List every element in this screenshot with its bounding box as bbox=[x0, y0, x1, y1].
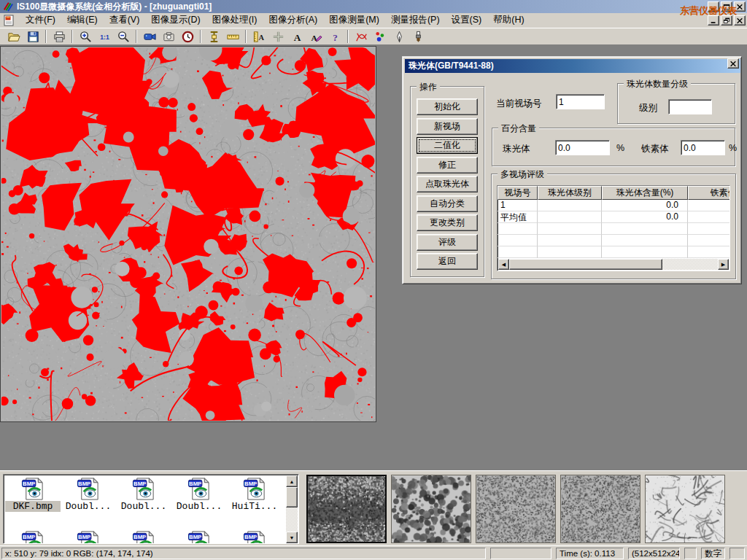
file-item[interactable]: BMPDoubl... bbox=[61, 477, 116, 512]
file-item[interactable]: BMPHuiTi... bbox=[227, 477, 282, 512]
ruler-button[interactable] bbox=[223, 28, 242, 44]
file-item[interactable]: BMPDoubl... bbox=[171, 477, 227, 512]
file-item-clipped[interactable]: BMP bbox=[171, 530, 227, 544]
menu-view[interactable]: 查看(V) bbox=[104, 13, 146, 26]
op-change-class-button[interactable]: 更改类别 bbox=[417, 214, 478, 231]
table-row[interactable]: 平均值0.0 bbox=[498, 211, 729, 223]
scrollbar-thumb[interactable] bbox=[509, 259, 662, 270]
scroll-left-button[interactable]: ◀ bbox=[498, 259, 509, 270]
thumb-3-canvas[interactable] bbox=[476, 475, 555, 542]
zoom-in-button[interactable] bbox=[76, 28, 95, 44]
dialog-title-bar[interactable]: 珠光体(GB/T9441-88) bbox=[405, 59, 740, 73]
thumb-2-canvas[interactable] bbox=[392, 475, 471, 542]
op-grade-button[interactable]: 评级 bbox=[417, 234, 478, 251]
menu-image-process[interactable]: 图像处理(I) bbox=[206, 13, 263, 26]
op-init-button[interactable]: 初始化 bbox=[417, 98, 478, 115]
grade-field-label: 级别 bbox=[639, 102, 657, 114]
bmp-file-icon: BMP bbox=[77, 530, 101, 544]
help-icon: ? bbox=[328, 30, 342, 44]
bmp-file-icon: BMP bbox=[21, 477, 45, 501]
svg-text:?: ? bbox=[333, 31, 338, 42]
clock-button[interactable] bbox=[178, 28, 197, 44]
op-return-button[interactable]: 返回 bbox=[417, 253, 478, 270]
zoom-out-button[interactable] bbox=[114, 28, 133, 44]
table-column-header: 视场号 bbox=[498, 186, 538, 200]
curve-tool-button[interactable] bbox=[352, 28, 371, 44]
thumb-1-canvas[interactable] bbox=[308, 476, 385, 542]
arrow-down-icon: ▼ bbox=[290, 535, 295, 540]
scroll-up-button[interactable]: ▲ bbox=[286, 475, 298, 487]
thumb-1[interactable] bbox=[306, 475, 387, 543]
table-row[interactable]: 10.0 bbox=[498, 200, 729, 211]
file-item[interactable]: BMPDKF.bmp bbox=[5, 477, 61, 512]
table-horizontal-scrollbar[interactable]: ◀ ▶ bbox=[498, 259, 729, 270]
ruler-icon bbox=[226, 30, 240, 44]
menu-edit[interactable]: 编辑(E) bbox=[61, 13, 104, 26]
file-item-clipped[interactable]: BMP bbox=[116, 530, 171, 544]
dialog-close-button[interactable] bbox=[727, 58, 739, 69]
thumb-3[interactable] bbox=[476, 475, 556, 543]
table-row[interactable] bbox=[498, 223, 729, 235]
grid-tool-button[interactable] bbox=[268, 28, 287, 44]
file-list-scrollbar[interactable]: ▲ ▼ bbox=[286, 475, 298, 543]
binarized-micrograph-canvas[interactable] bbox=[1, 47, 375, 421]
op-binarize-button[interactable]: 二值化 bbox=[417, 137, 478, 154]
particle-tool-button[interactable] bbox=[371, 28, 390, 44]
file-item-clipped[interactable]: BMP bbox=[61, 530, 116, 544]
menu-image-measure[interactable]: 图像测量(M) bbox=[323, 13, 385, 26]
menu-help[interactable]: 帮助(H) bbox=[487, 13, 530, 26]
table-cell bbox=[538, 211, 602, 223]
photo-camera-icon bbox=[162, 30, 176, 44]
bmp-file-icon: BMP bbox=[187, 530, 212, 544]
video-camera-button[interactable] bbox=[140, 28, 159, 44]
window-title: IS100显微摄像系统(金相分析版) - [zhuguangti01] bbox=[17, 1, 212, 13]
caliper-button[interactable] bbox=[204, 28, 223, 44]
op-correct-button[interactable]: 修正 bbox=[417, 157, 478, 174]
scroll-right-button[interactable]: ▶ bbox=[718, 259, 729, 270]
photo-camera-button[interactable] bbox=[159, 28, 178, 44]
file-panel: BMPDKF.bmpBMPDoubl...BMPDoubl...BMPDoubl… bbox=[0, 470, 747, 545]
operations-group: 操作 初始化新视场二值化修正点取珠光体自动分类更改类别评级返回 bbox=[410, 86, 484, 277]
scroll-down-button[interactable]: ▼ bbox=[286, 532, 298, 543]
measure-text-button[interactable]: A bbox=[249, 28, 268, 44]
pen-tool-button[interactable] bbox=[390, 28, 409, 44]
ferrite-percent-input[interactable] bbox=[681, 140, 725, 155]
menu-measure-report[interactable]: 测量报告(P) bbox=[385, 13, 446, 26]
op-auto-classify-button[interactable]: 自动分类 bbox=[417, 195, 478, 212]
bmp-file-icon: BMP bbox=[243, 530, 267, 544]
help-button[interactable]: ? bbox=[325, 28, 344, 44]
grid-tool-icon bbox=[271, 30, 285, 44]
table-row[interactable] bbox=[498, 235, 729, 246]
pearlite-percent-input[interactable] bbox=[555, 140, 610, 155]
file-item[interactable]: BMPDoubl... bbox=[116, 477, 171, 512]
file-scrollbar-thumb[interactable] bbox=[286, 487, 298, 508]
multi-field-table: 视场号珠光体级别珠光体含量(%)铁素体含量(%) 10.0平均值0.0 ◀ ▶ bbox=[497, 185, 730, 271]
save-button[interactable] bbox=[23, 28, 42, 44]
menu-image-display[interactable]: 图像显示(D) bbox=[145, 13, 206, 26]
scrollbar-track[interactable] bbox=[509, 259, 718, 270]
print-button[interactable] bbox=[50, 28, 69, 44]
brush-tool-button[interactable] bbox=[409, 28, 427, 44]
thumb-4-canvas[interactable] bbox=[561, 475, 640, 542]
thumb-5-canvas[interactable] bbox=[646, 475, 724, 542]
menu-settings[interactable]: 设置(S) bbox=[446, 13, 488, 26]
annotate-icon: A bbox=[309, 30, 323, 44]
pearlite-percent-label: 珠光体 bbox=[503, 143, 530, 155]
op-new-field-button[interactable]: 新视场 bbox=[417, 118, 478, 135]
op-pick-pearlite-button[interactable]: 点取珠光体 bbox=[417, 176, 478, 192]
annotate-button[interactable]: A bbox=[306, 28, 325, 44]
open-file-button[interactable] bbox=[4, 28, 23, 44]
grade-input[interactable] bbox=[668, 99, 712, 114]
menu-image-analysis[interactable]: 图像分析(A) bbox=[263, 13, 323, 26]
text-tool-button[interactable]: A bbox=[287, 28, 306, 44]
table-row[interactable] bbox=[498, 246, 729, 258]
file-item-clipped[interactable]: BMP bbox=[227, 530, 282, 544]
file-item-clipped[interactable]: BMP bbox=[5, 530, 61, 544]
thumb-2[interactable] bbox=[391, 475, 471, 543]
thumb-4[interactable] bbox=[560, 475, 640, 543]
menu-file[interactable]: 文件(F) bbox=[20, 13, 61, 26]
thumb-5[interactable] bbox=[645, 475, 725, 543]
actual-size-button[interactable]: 1:1 bbox=[95, 28, 114, 44]
micrograph-viewport[interactable] bbox=[0, 46, 376, 422]
current-field-input[interactable] bbox=[556, 94, 605, 109]
